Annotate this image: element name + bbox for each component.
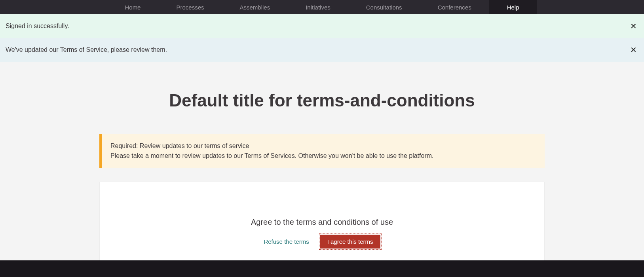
refuse-terms-link[interactable]: Refuse the terms (264, 238, 309, 245)
top-nav: Home Processes Assemblies Initiatives Co… (0, 0, 644, 14)
nav-item-help[interactable]: Help (489, 0, 537, 14)
close-icon[interactable]: ✕ (629, 44, 638, 55)
terms-card: Agree to the terms and conditions of use… (99, 182, 545, 263)
footer-strip (0, 260, 644, 277)
nav-item-initiatives[interactable]: Initiatives (288, 0, 348, 14)
close-icon[interactable]: ✕ (629, 21, 638, 32)
callout-heading: Required: Review updates to our terms of… (110, 141, 536, 151)
page-title: Default title for terms-and-conditions (0, 91, 644, 110)
agree-terms-button[interactable]: I agree this terms (320, 235, 380, 249)
flash-info: We've updated our Terms of Service, plea… (0, 38, 644, 62)
flash-success: Signed in successfully. ✕ (0, 14, 644, 38)
flash-success-text: Signed in successfully. (6, 23, 69, 30)
flash-info-text: We've updated our Terms of Service, plea… (6, 46, 167, 53)
nav-item-consultations[interactable]: Consultations (348, 0, 420, 14)
nav-item-home[interactable]: Home (107, 0, 158, 14)
card-heading: Agree to the terms and conditions of use (116, 218, 528, 227)
nav-item-conferences[interactable]: Conferences (420, 0, 489, 14)
terms-update-callout: Required: Review updates to our terms of… (99, 134, 545, 168)
nav-item-processes[interactable]: Processes (158, 0, 222, 14)
nav-item-assemblies[interactable]: Assemblies (222, 0, 288, 14)
callout-body: Please take a moment to review updates t… (110, 151, 536, 161)
